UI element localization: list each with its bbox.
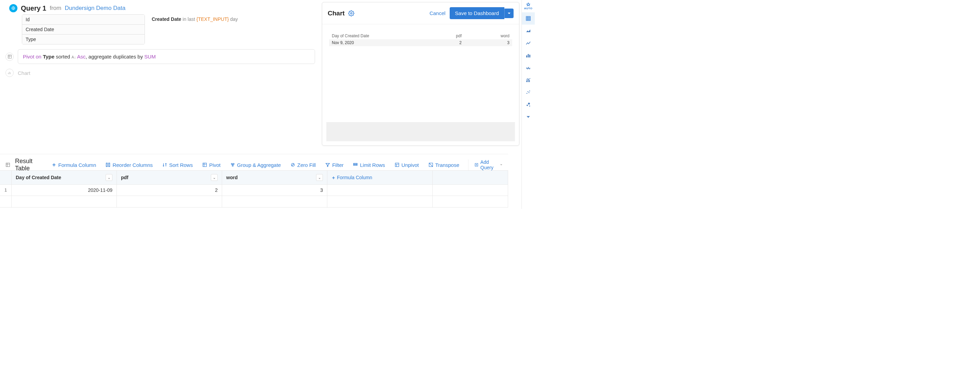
- chart-step-label[interactable]: Chart: [18, 70, 30, 76]
- col-header-pdf[interactable]: pdf ⌄: [117, 171, 222, 184]
- chevron-down-icon[interactable]: ⌄: [316, 174, 323, 181]
- zero-fill-button[interactable]: Zero Fill: [287, 161, 319, 169]
- column-type[interactable]: Type: [22, 35, 145, 44]
- sidebar-auto[interactable]: AUTO: [522, 0, 535, 12]
- col-header-day-label: Day of Created Date: [16, 175, 61, 180]
- empty-cell: [117, 196, 222, 207]
- pivot-field: Type: [43, 54, 54, 59]
- row-number-header: [0, 171, 12, 184]
- chart-cell-word: 3: [461, 40, 509, 45]
- filter-param: {TEXT_INPUT}: [196, 16, 229, 22]
- svg-rect-18: [528, 54, 529, 57]
- query-source-link[interactable]: Dundersign Demo Data: [65, 5, 126, 12]
- chart-table-row[interactable]: Nov 9, 2020 2 3: [329, 39, 512, 46]
- svg-point-26: [529, 91, 530, 92]
- svg-point-2: [350, 12, 352, 14]
- filter-label: Filter: [332, 162, 344, 168]
- svg-rect-11: [354, 163, 358, 164]
- cell-day[interactable]: 2020-11-09: [12, 185, 117, 196]
- empty-cell: [12, 196, 117, 207]
- chart-col-date: Day of Created Date: [332, 34, 428, 38]
- add-query-button[interactable]: Add Query: [468, 160, 503, 170]
- empty-cell: [433, 196, 508, 207]
- chart-col-word: word: [461, 34, 509, 38]
- svg-rect-4: [106, 163, 108, 167]
- chevron-down-icon[interactable]: ⌄: [106, 174, 113, 181]
- cell-pdf[interactable]: 2: [117, 185, 222, 196]
- save-to-dashboard-button[interactable]: Save to Dashboard: [450, 7, 504, 19]
- cell-empty: [433, 185, 508, 196]
- add-query-label: Add Query: [480, 160, 498, 170]
- col-header-pdf-label: pdf: [121, 175, 129, 180]
- svg-point-29: [529, 106, 530, 107]
- svg-point-28: [528, 102, 530, 105]
- cell-word[interactable]: 3: [222, 185, 327, 196]
- pivot-dir: Asc: [77, 54, 86, 59]
- chevron-down-icon[interactable]: ⌄: [211, 174, 218, 181]
- query-columns-table[interactable]: Id Created Date Type: [22, 14, 145, 45]
- sidebar-bar-icon[interactable]: [522, 49, 535, 62]
- svg-point-23: [527, 93, 528, 94]
- col-header-word-label: word: [226, 175, 237, 180]
- sidebar-sparkline-icon[interactable]: [522, 62, 535, 74]
- sidebar-area-icon[interactable]: [522, 25, 535, 37]
- pivot-icon: [5, 163, 11, 167]
- column-created-date[interactable]: Created Date: [22, 25, 145, 35]
- sidebar-more-icon[interactable]: [522, 111, 535, 123]
- filter-button[interactable]: Filter: [322, 161, 347, 169]
- pivot-agg-prefix: , aggregate duplicates by: [86, 54, 143, 59]
- filter-op: in last: [183, 16, 195, 22]
- pivot-step[interactable]: Pivot on Type sorted A↓ Asc, aggregate d…: [18, 49, 315, 64]
- limit-rows-label: Limit Rows: [360, 162, 385, 168]
- col-header-formula[interactable]: Formula Column: [327, 171, 433, 184]
- svg-point-24: [528, 91, 528, 93]
- pivot-label: Pivot: [209, 162, 220, 168]
- svg-rect-12: [354, 164, 358, 166]
- svg-rect-1: [8, 55, 11, 59]
- sidebar-bubble-icon[interactable]: [522, 99, 535, 111]
- col-header-day[interactable]: Day of Created Date ⌄: [12, 171, 117, 184]
- filter-unit: day: [230, 16, 238, 22]
- unpivot-button[interactable]: Unpivot: [391, 161, 422, 169]
- cell-formula[interactable]: [327, 185, 433, 196]
- empty-cell: [327, 196, 433, 207]
- col-header-word[interactable]: word ⌄: [222, 171, 327, 184]
- group-aggregate-button[interactable]: Group & Aggregate: [227, 161, 284, 169]
- col-header-formula-label: Formula Column: [337, 175, 372, 180]
- pivot-agg: SUM: [144, 54, 156, 59]
- transpose-button[interactable]: Transpose: [425, 161, 463, 169]
- svg-rect-21: [528, 79, 528, 82]
- sidebar-line-icon[interactable]: [522, 37, 535, 49]
- transpose-label: Transpose: [435, 162, 459, 168]
- formula-column-button[interactable]: Formula Column: [48, 161, 100, 169]
- svg-rect-19: [529, 55, 530, 57]
- pivot-step-icon[interactable]: [5, 53, 14, 61]
- reorder-columns-button[interactable]: Reorder Columns: [102, 161, 156, 169]
- query-filter[interactable]: Created Date in last {TEXT_INPUT} day: [152, 14, 238, 22]
- formula-column-label: Formula Column: [59, 162, 96, 168]
- svg-point-25: [528, 93, 530, 93]
- query-title[interactable]: Query 1: [21, 5, 46, 12]
- svg-point-9: [232, 165, 233, 166]
- pivot-sorted: sorted: [56, 54, 70, 59]
- sidebar-table-icon[interactable]: [522, 12, 535, 25]
- gear-icon[interactable]: [348, 10, 354, 16]
- sidebar-bar-line-icon[interactable]: [522, 74, 535, 86]
- col-header-empty: [433, 171, 508, 184]
- chart-step-icon[interactable]: [5, 69, 14, 77]
- sort-rows-button[interactable]: Sort Rows: [159, 161, 196, 169]
- limit-rows-button[interactable]: Limit Rows: [350, 161, 388, 169]
- column-id[interactable]: Id: [22, 15, 145, 25]
- empty-rownum: [0, 196, 12, 207]
- sidebar-scatter-icon[interactable]: [522, 86, 535, 99]
- save-dropdown-button[interactable]: [504, 8, 514, 18]
- chart-footer-area: [326, 122, 515, 141]
- empty-cell: [222, 196, 327, 207]
- chart-cell-pdf: 2: [428, 40, 461, 45]
- pivot-button[interactable]: Pivot: [199, 161, 224, 169]
- table-row[interactable]: 1 2020-11-09 2 3: [0, 185, 508, 196]
- cancel-button[interactable]: Cancel: [430, 10, 445, 16]
- chart-col-pdf: pdf: [428, 34, 461, 38]
- chart-panel-title: Chart: [328, 10, 345, 17]
- svg-point-27: [527, 105, 528, 106]
